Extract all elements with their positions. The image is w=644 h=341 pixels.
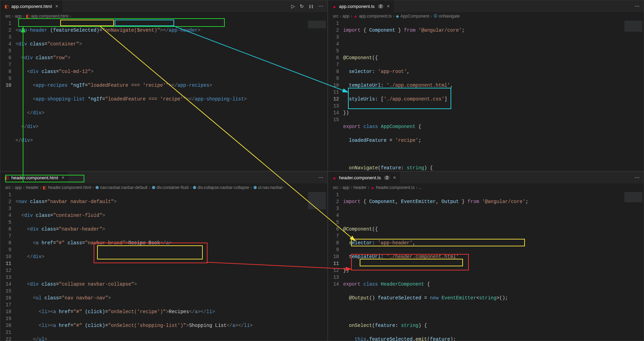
angular-icon: ▲ xyxy=(332,4,337,9)
breadcrumb[interactable]: src› app› ◧app.component.html› xyxy=(0,12,327,20)
line-numbers: 123456789101112131415 xyxy=(328,20,343,171)
refresh-icon[interactable]: ↻ xyxy=(300,3,304,9)
problems-badge: 2 xyxy=(378,4,383,9)
more-icon[interactable]: ⋯ xyxy=(318,175,323,180)
line-numbers: 1234567891011121314 xyxy=(328,191,343,341)
editor-tab-app-ts[interactable]: ▲ app.component.ts 2 × xyxy=(328,0,394,12)
editor-tab-header-ts[interactable]: ▲ header.component.ts 2 × xyxy=(328,172,400,184)
code-content[interactable]: import { Component, EventEmitter, Output… xyxy=(343,191,623,341)
tabbar: ▲ header.component.ts 2 × ⋯ xyxy=(328,172,644,184)
tabbar: ▲ app.component.ts 2 × ⋯ xyxy=(328,0,644,12)
more-icon[interactable]: ⋯ xyxy=(635,175,640,180)
close-icon[interactable]: × xyxy=(387,3,390,9)
line-numbers: 1234567891011121314151617181920212223 xyxy=(0,191,15,341)
minimap[interactable] xyxy=(623,191,644,341)
more-icon[interactable]: ⋯ xyxy=(318,3,323,9)
close-icon[interactable]: × xyxy=(62,175,64,180)
breadcrumb[interactable]: src› app› ▲app.component.ts› ◆AppCompone… xyxy=(328,12,644,20)
html-icon: ◧ xyxy=(4,4,9,9)
tabbar: ◧ app.component.html × ▷ ↻ ⫿⫿ ⋯ xyxy=(0,0,327,12)
angular-icon: ▲ xyxy=(332,175,337,180)
minimap[interactable] xyxy=(307,20,327,171)
problems-badge: 2 xyxy=(384,175,390,180)
close-icon[interactable]: × xyxy=(55,3,58,9)
pane-bottom-left: ◧ header.component.html × ⋯ src› app› he… xyxy=(0,171,328,341)
html-icon: ◧ xyxy=(4,175,9,180)
breadcrumb[interactable]: src› app› header› ▲header.component.ts› … xyxy=(328,184,644,191)
code-editor[interactable]: 12345678910 <app-header (featureSelected… xyxy=(0,20,327,171)
code-editor[interactable]: 1234567891011121314 import { Component, … xyxy=(328,191,644,341)
more-icon[interactable]: ⋯ xyxy=(635,3,640,9)
minimap[interactable] xyxy=(307,191,327,341)
tabbar-actions: ▷ ↻ ⫿⫿ ⋯ xyxy=(291,3,327,9)
code-content[interactable]: <nav class="navbar navbar-default"> <div… xyxy=(15,191,307,341)
code-editor[interactable]: 123456789101112131415 import { Component… xyxy=(328,20,644,171)
close-icon[interactable]: × xyxy=(393,175,396,180)
editor-tab-header-html[interactable]: ◧ header.component.html × xyxy=(0,172,68,184)
code-editor[interactable]: 1234567891011121314151617181920212223 <n… xyxy=(0,191,327,341)
run-icon[interactable]: ▷ xyxy=(291,3,295,9)
tab-title: header.component.html xyxy=(11,175,58,180)
line-numbers: 12345678910 xyxy=(0,20,15,171)
minimap[interactable] xyxy=(623,20,644,171)
code-content[interactable]: <app-header (featureSelected)="onNavigat… xyxy=(15,20,307,171)
code-content[interactable]: import { Component } from '@angular/core… xyxy=(343,20,623,171)
editor-tab-app-html[interactable]: ◧ app.component.html × xyxy=(0,0,62,12)
split-icon[interactable]: ⫿⫿ xyxy=(309,3,314,9)
breadcrumb[interactable]: src› app› header› ◧header.component.html… xyxy=(0,184,327,191)
tabbar: ◧ header.component.html × ⋯ xyxy=(0,172,327,184)
tab-title: header.component.ts xyxy=(339,175,381,180)
pane-top-right: ▲ app.component.ts 2 × ⋯ src› app› ▲app.… xyxy=(328,0,644,171)
pane-top-left: ◧ app.component.html × ▷ ↻ ⫿⫿ ⋯ src› app… xyxy=(0,0,328,171)
tab-title: app.component.html xyxy=(11,4,52,9)
tab-title: app.component.ts xyxy=(339,4,374,9)
pane-bottom-right: ▲ header.component.ts 2 × ⋯ src› app› he… xyxy=(328,171,644,341)
